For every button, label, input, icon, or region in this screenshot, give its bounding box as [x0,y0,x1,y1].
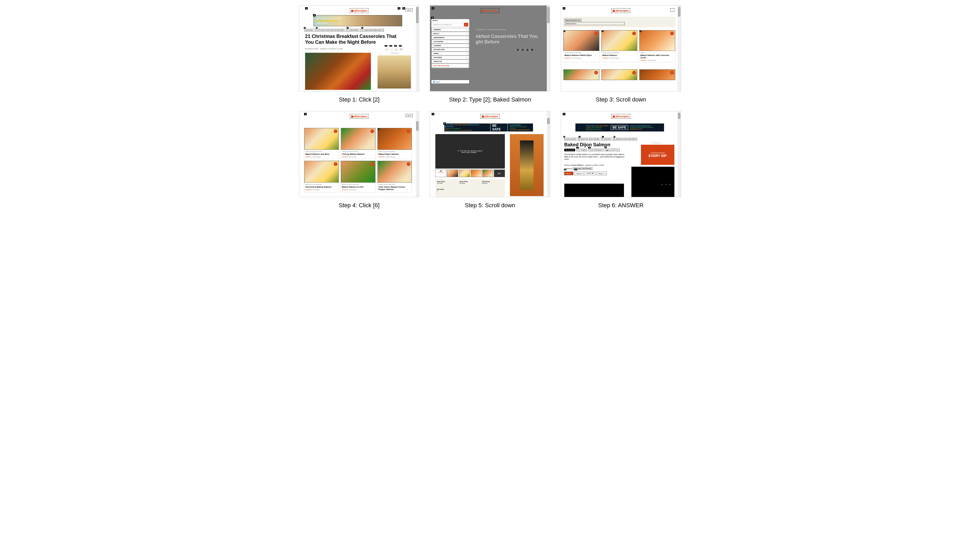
share-button[interactable]: Share ↗ [597,172,607,175]
allrecipes-logo[interactable]: allrecipes [350,8,368,13]
tag-1: 1 [563,113,565,115]
allrecipes-logo[interactable]: allrecipes [481,114,500,119]
jw-slogan: EVERY SIP [642,154,673,158]
menu-item-kitchen-tips[interactable]: KITCHEN TIPS› [431,48,469,52]
heart-icon[interactable]: ♡ [632,32,636,35]
recipe-card[interactable]: 4♡ASIANBaked Salmon with Coconut Crust★★… [639,30,676,63]
heart-icon[interactable]: ♡ [594,32,598,35]
print-button[interactable]: PRINT 🖶 [585,172,595,175]
crumb-baked[interactable]: 8BAKED SALMON RECIPES [614,138,637,140]
thumb[interactable] [471,170,482,177]
video-player[interactable]: ⊘ This video file cannot be played. (Err… [435,134,505,168]
ad-line2: Extended Family [316,19,344,22]
crumb-salmon[interactable]: 7SALMON > [603,138,614,140]
search-input[interactable] [432,23,464,27]
step-4: 1 allrecipes Log In ♡BAKED SALMON RECIPE… [299,111,419,209]
scrollbar[interactable] [677,111,681,197]
thumb[interactable] [482,170,493,177]
scrollbar[interactable] [416,111,419,197]
heart-icon[interactable]: ♡ [670,32,674,35]
menu-item-cuisines[interactable]: CUISINES› [431,44,469,47]
share-tw[interactable]: 15t [390,47,393,51]
heart-icon[interactable]: ♡ [370,162,374,166]
allrecipes-logo[interactable]: allrecipes [481,8,500,13]
jw-ad[interactable]: JOHNNIE WALKER EVERY SIP [641,145,674,165]
heart-icon[interactable]: ♡ [370,129,374,133]
recipe-card[interactable]: 6♡BAKED SALMON RECIPESBaked Dijon Salmon… [377,128,412,159]
step-5: 1 allrecipes KENI KUJDES VAGIN AMB COMPT… [430,111,550,209]
heart-icon[interactable]: ♡ [670,71,674,75]
ad-banner[interactable]: MARRIAGES END. FAMILIES DON'T. Extended … [314,15,402,26]
crumb-breakfast[interactable]: 8CHRISTMAS BREAKFAST [362,29,384,32]
crumb-recipes[interactable]: 5RECIPES > [304,29,316,32]
photos-count[interactable]: 16📷 411 PHOTOS [605,148,620,151]
login-button[interactable]: Log In [406,114,413,117]
step-2: allrecipes CHRISTMAS > CHRISTMAS BREAKFA… [430,5,550,103]
rating-value: 144.7 (3,683) [577,149,587,151]
recipe-card[interactable]: 2♡BAKED SALMON RECIPESBaked Salmon Fille… [563,30,600,63]
login-box[interactable]: 👤 Log In [431,80,469,84]
scrollbar[interactable] [547,5,550,91]
heart-icon[interactable]: ♡ [594,71,598,75]
add-photo-button[interactable]: 📷Add Photo [435,170,446,177]
card-partial[interactable]: ♡ [601,69,637,80]
jw-ad[interactable] [510,134,544,196]
allrecipes-logo[interactable]: allrecipes [612,8,630,13]
results-grid: 2♡BAKED SALMON RECIPESBaked Salmon Fille… [563,30,676,63]
heart-icon[interactable]: ♡ [632,71,636,75]
crumb-main[interactable]: 5MAIN DISHES > [564,138,579,140]
menu-item-features[interactable]: FEATURES› [431,56,469,59]
tested-by: ✔ Tested by Allrecipes Test Kitchen [564,167,592,169]
ad-label: Advertisement [652,142,661,143]
menu-item-meals[interactable]: MEALS› [431,32,469,35]
safe-banner[interactable]: KENI KUJDES VAGIN AMB COMPTE DBEJTE NA S… [444,123,533,132]
recipe-description: This mustard-crusted salmon is a wonderf… [564,153,627,160]
rate-button[interactable]: 19Rate ★ [575,172,584,175]
recipe-card[interactable]: ♡BAKED SALMON RECIPESBaked Salmon and Ri… [304,128,339,159]
card-partial[interactable]: ♡ [563,69,600,80]
menu-cta[interactable]: GET THE MAGAZINE [431,63,469,68]
thumb[interactable] [459,170,470,177]
side-ad[interactable] [378,55,411,88]
search-button[interactable]: ⌕ [464,23,468,27]
heart-icon[interactable]: ♡ [334,162,338,166]
heart-icon[interactable]: ♡ [407,162,410,166]
share-fb[interactable]: 14f [385,47,389,51]
allrecipes-logo[interactable]: allrecipes [350,114,368,119]
crumb-christmas[interactable]: 7CHRISTMAS > [348,29,361,32]
menu-item-news[interactable]: NEWS› [431,52,469,55]
menu-item-occasions[interactable]: OCCASIONS› [431,40,469,43]
recipe-card[interactable]: ♡BAKED SALMON RECIPESChef John's Baked L… [377,161,412,192]
stars-box[interactable]: 10 11 12 13 [564,149,575,151]
tag-1: 1 [431,113,434,115]
thumb[interactable] [447,170,458,177]
thumb-count[interactable]: ▦ 11 [494,170,505,177]
step-2-panel: allrecipes CHRISTMAS > CHRISTMAS BREAKFA… [430,5,550,92]
heart-icon[interactable]: ♡ [334,129,338,133]
heart-icon[interactable]: ♡ [407,129,410,133]
recipe-card[interactable]: ♡BAKED SALMON RECIPESParchment Baked Sal… [304,161,339,192]
crumb-seafood[interactable]: 6SEAFOOD MAIN DISHES > [579,138,602,140]
crumb-holidays[interactable]: 6HOLIDAYS AND EVENTS RECIPES > [317,29,347,32]
be-safe-text: BE SAFE [611,125,628,130]
menu-item-ingredients[interactable]: INGREDIENTS› [431,36,469,40]
allrecipes-logo[interactable]: allrecipes [612,114,630,119]
scrollbar[interactable] [416,5,419,91]
scrollbar[interactable] [547,111,550,197]
recipe-card[interactable]: ♡BAKED SALMON RECIPESBaked Salmon in Foi… [341,161,376,192]
step-6: 1 allrecipes KENI KUJDES VAGIN AMB COMPT… [561,111,681,209]
menu-item-about-us[interactable]: ABOUT US› [431,60,469,63]
safe-banner[interactable]: KENI KUJDES VAGIN AMB COMPTE 注意安全 VAR FÖ… [575,123,664,132]
reviews-count[interactable]: 152,617 REVIEWS [589,149,603,151]
share-mail[interactable]: 17✉ [399,47,403,51]
login-button[interactable]: ⋮ [670,8,674,12]
recipe-card[interactable]: ♡BAKED SALMON RECIPESCheesy Baked Salmon… [341,128,376,159]
share-pin[interactable]: 16p [395,47,398,51]
scrollbar[interactable] [677,5,681,91]
card-partial[interactable]: ♡ [639,69,676,80]
menu-item-dinners[interactable]: DINNERS› [431,28,469,32]
recipe-card[interactable]: 3♡BAKED SALMON RECIPESBaked Salmon★★★★½ … [601,30,637,63]
search-row: ⌕ [431,22,469,28]
save-button[interactable]: 18Save ♡ [564,172,573,175]
login-button[interactable]: Log In [406,8,413,12]
